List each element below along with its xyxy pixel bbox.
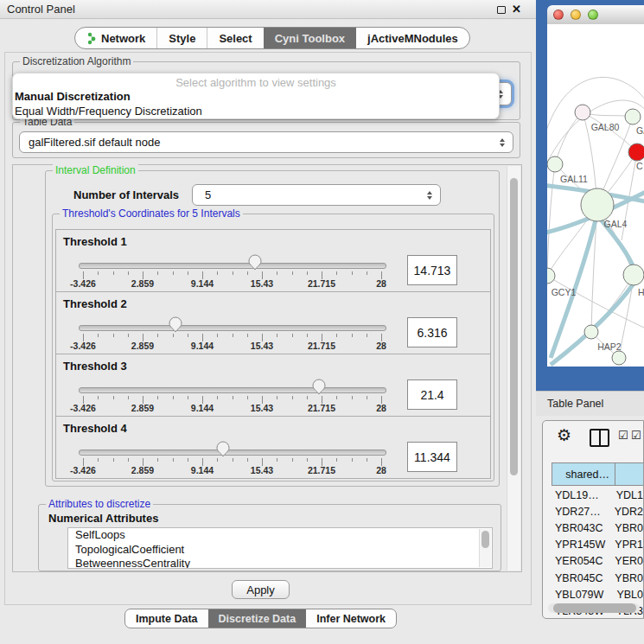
close-traffic-light-icon[interactable] bbox=[553, 10, 564, 20]
table-row[interactable]: YDR27…YDR2 bbox=[544, 503, 643, 520]
slider-thumb[interactable] bbox=[216, 441, 230, 457]
tab-impute-data[interactable]: Impute Data bbox=[125, 609, 208, 628]
minimize-traffic-light-icon[interactable] bbox=[571, 10, 581, 20]
slider-minor-tick bbox=[292, 458, 293, 462]
numerical-attributes-list[interactable]: SelfLoopsTopologicalCoefficientBetweenne… bbox=[67, 527, 493, 569]
table-data-combo[interactable]: galFiltered.sif default node bbox=[19, 131, 513, 153]
network-node-GAL4[interactable] bbox=[581, 188, 614, 221]
slider-minor-tick bbox=[217, 396, 218, 399]
cell-shared-name: YBL079W bbox=[544, 589, 612, 601]
slider-minor-tick bbox=[247, 458, 248, 462]
close-icon[interactable]: ✕ bbox=[512, 3, 521, 16]
threshold-value-field[interactable]: 21.4 bbox=[407, 379, 457, 410]
slider-thumb[interactable] bbox=[169, 316, 182, 333]
network-graph[interactable]: GAL80GACGAL11GAL4GCY1HHAP2 bbox=[547, 24, 644, 367]
table-row[interactable]: YPR145WYPR1 bbox=[544, 537, 643, 553]
tab-label: Cyni Toolbox bbox=[275, 32, 345, 45]
horizontal-scrollbar-thumb[interactable] bbox=[553, 603, 636, 613]
table-row[interactable]: YBR043CYBR0 bbox=[544, 520, 643, 536]
slider-minor-tick bbox=[233, 396, 233, 399]
list-scrollbar-thumb[interactable] bbox=[481, 531, 489, 548]
slider-minor-tick bbox=[336, 396, 337, 399]
slider-minor-tick bbox=[233, 334, 233, 337]
checkbox-icon[interactable]: ☑ bbox=[618, 429, 628, 442]
slider-minor-tick bbox=[352, 334, 353, 337]
slider-minor-tick bbox=[307, 458, 308, 462]
gear-icon[interactable]: ⚙ bbox=[557, 425, 571, 445]
slider-track[interactable] bbox=[79, 325, 386, 331]
slider-minor-tick bbox=[247, 396, 248, 399]
attributes-group-title: Attributes to discretize bbox=[46, 498, 153, 510]
tab-infer-network[interactable]: Infer Network bbox=[306, 609, 396, 628]
slider-minor-tick bbox=[98, 396, 99, 399]
threshold-value-field[interactable]: 14.713 bbox=[407, 255, 457, 285]
network-canvas[interactable]: GAL80GACGAL11GAL4GCY1HHAP2 bbox=[547, 24, 644, 367]
network-node-GAL11[interactable] bbox=[547, 156, 563, 172]
column-header-shared-name[interactable]: shared… bbox=[552, 462, 615, 486]
cell-shared-name: YPR145W bbox=[544, 539, 610, 551]
slider-minor-tick bbox=[157, 334, 158, 337]
table-row[interactable]: YDL19…YDL1 bbox=[544, 487, 643, 503]
combo-spinner-icon bbox=[500, 138, 505, 147]
list-scrollbar[interactable] bbox=[479, 529, 491, 567]
tab-style[interactable]: Style bbox=[156, 28, 207, 48]
algorithm-option[interactable]: Manual Discretization bbox=[15, 90, 131, 103]
column-header-name[interactable]: na bbox=[615, 462, 644, 486]
network-edge[interactable] bbox=[547, 164, 555, 276]
network-node-GAL80[interactable] bbox=[575, 105, 590, 120]
slider-track[interactable] bbox=[79, 387, 386, 393]
apply-button[interactable]: Apply bbox=[232, 580, 290, 599]
tab-jactivemnodules[interactable]: jActiveMNodules bbox=[356, 28, 469, 48]
slider-track[interactable] bbox=[79, 263, 386, 269]
slider-thumb[interactable] bbox=[312, 379, 326, 395]
network-node-node-top-right[interactable] bbox=[625, 109, 641, 124]
scrollbar-thumb[interactable] bbox=[510, 178, 518, 475]
slider-track[interactable] bbox=[79, 450, 386, 456]
checkbox-icon[interactable]: ☑ bbox=[631, 429, 641, 442]
zoom-traffic-light-icon[interactable] bbox=[588, 10, 598, 20]
network-node-label: GAL80 bbox=[591, 122, 620, 132]
threshold-panel: Threshold 2-3.4262.8599.14415.4321.71528… bbox=[55, 291, 491, 354]
slider-minor-tick bbox=[173, 458, 174, 462]
network-node-red-node[interactable] bbox=[628, 143, 644, 161]
tab-cyni-toolbox[interactable]: Cyni Toolbox bbox=[264, 28, 356, 48]
vertical-scrollbar[interactable] bbox=[507, 166, 520, 571]
slider-thumb[interactable] bbox=[248, 254, 262, 271]
network-node-HAP2[interactable] bbox=[584, 325, 598, 339]
horizontal-scrollbar[interactable] bbox=[548, 603, 640, 613]
slider-minor-tick bbox=[157, 396, 158, 399]
slider-minor-tick bbox=[292, 271, 293, 275]
tab-discretize-data[interactable]: Discretize Data bbox=[208, 609, 307, 628]
network-window[interactable]: GAL80GACGAL11GAL4GCY1HHAP2 bbox=[536, 0, 644, 391]
threshold-value-field[interactable]: 6.316 bbox=[407, 317, 457, 348]
slider-minor-tick bbox=[336, 458, 337, 462]
slider-minor-tick bbox=[336, 271, 337, 275]
network-node-GCY1[interactable] bbox=[547, 268, 555, 284]
network-node-node-bottom[interactable] bbox=[612, 351, 626, 365]
number-of-intervals-combo[interactable]: 5 bbox=[192, 184, 441, 206]
attribute-list-item[interactable]: TopologicalCoefficient bbox=[68, 543, 492, 558]
table-row[interactable]: YBR045CYBR0 bbox=[544, 570, 643, 586]
slider-tick-label: 28 bbox=[357, 278, 405, 289]
slider-minor-tick bbox=[277, 334, 277, 337]
attribute-list-item[interactable]: BetweennessCentrality bbox=[68, 557, 492, 569]
table-panel: ⚙ ☑ ☑ shared… na YDL19…YDL1YDR27…YDR2YBR… bbox=[542, 420, 644, 619]
network-node-node-right-H[interactable] bbox=[623, 265, 644, 285]
tab-label: Select bbox=[219, 32, 252, 45]
algorithm-placeholder: Select algorithm to view settings bbox=[13, 76, 499, 89]
slider-tick-label: 28 bbox=[357, 341, 405, 351]
table-row[interactable]: YBL079WYBL0 bbox=[544, 586, 643, 603]
table-panel-title: Table Panel bbox=[547, 398, 603, 410]
tab-select[interactable]: Select bbox=[207, 28, 263, 48]
network-window-titlebar[interactable] bbox=[547, 5, 644, 25]
slider-minor-tick bbox=[113, 458, 114, 462]
algorithm-option[interactable]: Equal Width/Frequency Discretization bbox=[15, 105, 202, 118]
slider-tick-label: 28 bbox=[357, 403, 405, 413]
attribute-list-item[interactable]: SelfLoops bbox=[68, 528, 492, 543]
slider-minor-tick bbox=[336, 334, 337, 337]
float-window-icon[interactable] bbox=[497, 6, 506, 14]
columns-icon[interactable] bbox=[590, 429, 609, 447]
table-row[interactable]: YER054CYER0 bbox=[544, 553, 643, 570]
tab-network[interactable]: Network bbox=[75, 28, 156, 48]
threshold-value-field[interactable]: 11.344 bbox=[407, 442, 457, 472]
